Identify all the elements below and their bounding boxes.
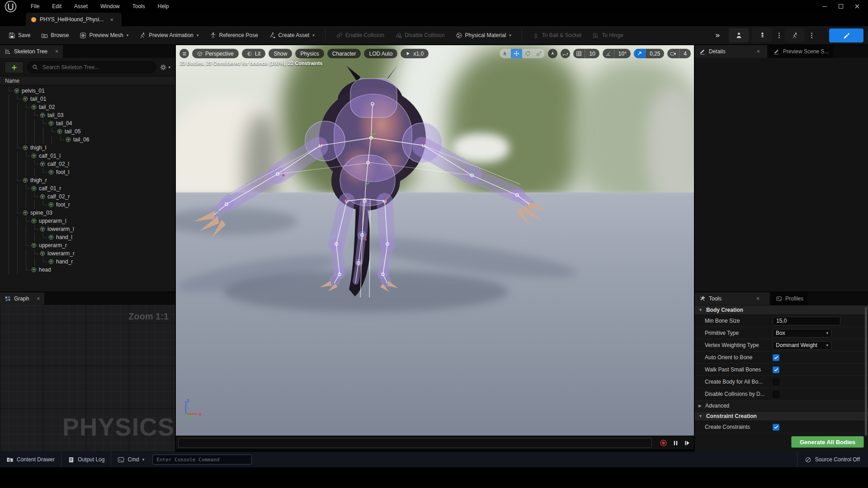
simulate-button[interactable] xyxy=(785,28,805,42)
world-coordinate-button[interactable] xyxy=(548,49,557,58)
camera-speed-control[interactable]: 4 xyxy=(667,49,691,58)
property-checkbox-auto-orient-to-bone[interactable] xyxy=(773,354,779,361)
property-input-min-bone-size[interactable]: 15,0 xyxy=(773,317,840,325)
property-dropdown-vertex-weighting-type[interactable]: Dominant Weight▾ xyxy=(773,341,831,350)
tree-settings-button[interactable]: ▾ xyxy=(160,64,170,71)
toolbar-button-disable-collision[interactable]: Disable Collision xyxy=(391,28,449,42)
tree-row-lowerarm-l[interactable]: lowerarm_l xyxy=(0,225,175,233)
tree-column-header[interactable]: Name xyxy=(0,76,175,85)
tree-row-hand-r[interactable]: hand_r xyxy=(0,258,175,266)
rotate-tool[interactable] xyxy=(522,49,533,58)
property-checkbox-disable-collisions-by-d[interactable] xyxy=(773,391,779,398)
grid-snap-control[interactable]: 10 xyxy=(573,49,599,58)
tree-row-calf-02-l[interactable]: calf_02_l xyxy=(0,160,175,168)
tab-profiles[interactable]: Profiles xyxy=(771,292,808,305)
section-header-constraint-creation[interactable]: ▼Constraint Creation xyxy=(695,411,868,421)
content-drawer-button[interactable]: Content Drawer xyxy=(0,452,61,467)
pause-button[interactable] xyxy=(671,438,680,447)
panel-close-icon[interactable]: × xyxy=(756,296,760,302)
asset-tab[interactable]: PHYS_HellHound_Physi... × xyxy=(26,13,122,26)
viewport-pill-character[interactable]: Character xyxy=(327,49,361,58)
menu-file[interactable]: File xyxy=(25,1,45,11)
tree-row-tail-03[interactable]: tail_03 xyxy=(0,111,175,119)
tree-row-hand-l[interactable]: hand_l xyxy=(0,233,175,241)
skeleton-search[interactable] xyxy=(27,61,156,73)
tree-row-thigh-l[interactable]: thigh_l xyxy=(0,144,175,152)
category-advanced[interactable]: ▶Advanced xyxy=(695,400,868,411)
tree-row-upperarm-r[interactable]: upperarm_r xyxy=(0,241,175,249)
select-tool[interactable] xyxy=(500,49,511,58)
menu-asset[interactable]: Asset xyxy=(69,1,93,11)
property-checkbox-walk-past-small-bones[interactable] xyxy=(773,366,779,373)
toolbar-button-save[interactable]: Save xyxy=(5,28,34,42)
playback-speed-button[interactable]: x1,0 xyxy=(401,49,429,58)
tree-row-foot-l[interactable]: foot_l xyxy=(0,168,175,176)
menu-tools[interactable]: Tools xyxy=(127,1,151,11)
add-bone-button[interactable] xyxy=(5,61,24,73)
tree-row-upperarm-l[interactable]: upperarm_l xyxy=(0,217,175,225)
scale-snap-control[interactable]: 0,25 xyxy=(634,49,664,58)
toolbar-overflow-icon[interactable]: » xyxy=(716,31,719,40)
property-dropdown-primitive-type[interactable]: Box▾ xyxy=(773,329,831,338)
viewport-pill-show[interactable]: Show xyxy=(269,49,292,58)
cmd-selector[interactable]: Cmd ▾ xyxy=(111,452,151,467)
property-checkbox-create-body-for-all-bo[interactable] xyxy=(773,379,779,385)
viewport-pill-physics[interactable]: Physics xyxy=(295,49,324,58)
rotation-snap-control[interactable]: 10° xyxy=(603,49,631,58)
tree-row-head[interactable]: head xyxy=(0,266,175,274)
section-header-body-creation[interactable]: ▼Body Creation xyxy=(695,305,868,315)
maximize-icon[interactable] xyxy=(836,2,845,11)
close-icon[interactable] xyxy=(853,2,862,11)
timeline-scrubber[interactable] xyxy=(178,438,652,448)
tree-row-tail-05[interactable]: tail_05 xyxy=(0,127,175,136)
viewport-pill-lod-auto[interactable]: LOD Auto xyxy=(364,49,397,58)
toolbar-button-reference-pose[interactable]: Reference Pose xyxy=(206,28,262,42)
skeleton-search-input[interactable] xyxy=(42,64,151,71)
tree-row-calf-01-l[interactable]: calf_01_l xyxy=(0,152,175,160)
unreal-logo-icon[interactable] xyxy=(4,0,17,13)
right-splitter[interactable] xyxy=(694,45,695,452)
more-options-icon[interactable] xyxy=(808,32,814,39)
tree-row-tail-01[interactable]: tail_01 xyxy=(0,95,175,103)
toolbar-button-preview-mesh[interactable]: Preview Mesh▾ xyxy=(75,28,132,42)
toolbar-button-to-hinge[interactable]: To Hinge xyxy=(588,28,627,42)
viewport-menu-button[interactable] xyxy=(179,49,189,58)
panel-close-icon[interactable]: × xyxy=(37,296,40,302)
generate-all-bodies-button[interactable]: Generate All Bodies xyxy=(791,436,864,448)
toolbar-button-physical-material[interactable]: Physical Material▾ xyxy=(452,28,515,42)
tree-row-calf-01-r[interactable]: calf_01_r xyxy=(0,184,175,192)
output-log-button[interactable]: Output Log xyxy=(61,452,111,467)
panel-close-icon[interactable]: × xyxy=(55,48,58,55)
viewport-pill-lit[interactable]: Lit xyxy=(242,49,266,58)
scale-tool[interactable] xyxy=(533,49,545,58)
tree-row-calf-02-r[interactable]: calf_02_r xyxy=(0,192,175,201)
more-options-icon[interactable] xyxy=(776,32,781,39)
toolbar-button-browse[interactable]: Browse xyxy=(37,28,73,42)
tree-row-tail-02[interactable]: tail_02 xyxy=(0,103,175,111)
source-control-button[interactable]: Source Control Off xyxy=(797,452,868,467)
tree-row-tail-06[interactable]: tail_06 xyxy=(0,136,175,144)
left-splitter[interactable] xyxy=(175,45,176,452)
tree-row-lowerarm-r[interactable]: lowerarm_r xyxy=(0,249,175,258)
tree-row-pelvis-01[interactable]: pelvis_01 xyxy=(0,87,175,95)
toolbar-button-preview-animation[interactable]: Preview Animation▾ xyxy=(135,28,203,42)
tab-tools[interactable]: Tools × xyxy=(695,292,769,305)
property-checkbox-create-constraints[interactable] xyxy=(773,424,779,431)
minimize-icon[interactable] xyxy=(820,2,829,11)
graph-canvas[interactable]: Zoom 1:1 PHYSICS xyxy=(0,305,175,452)
menu-window[interactable]: Window xyxy=(95,1,125,11)
menu-edit[interactable]: Edit xyxy=(47,1,67,11)
tree-row-thigh-r[interactable]: thigh_r xyxy=(0,176,175,184)
viewport[interactable]: PerspectiveLitShowPhysicsCharacterLOD Au… xyxy=(176,45,694,436)
edit-mode-button[interactable] xyxy=(829,28,863,42)
record-button[interactable] xyxy=(659,438,668,447)
tree-row-tail-04[interactable]: tail_04 xyxy=(0,119,175,127)
tools-scrollbar[interactable] xyxy=(865,307,867,436)
viewport-pill-perspective[interactable]: Perspective xyxy=(192,49,239,58)
toolbar-button-create-asset[interactable]: Create Asset▾ xyxy=(265,28,319,42)
character-mode-button[interactable] xyxy=(729,28,749,42)
tab-preview-scene-settings[interactable]: Preview Scene S... xyxy=(769,45,833,58)
menu-help[interactable]: Help xyxy=(152,1,175,11)
tree-row-foot-r[interactable]: foot_r xyxy=(0,201,175,209)
tab-details[interactable]: Details × xyxy=(695,45,767,58)
